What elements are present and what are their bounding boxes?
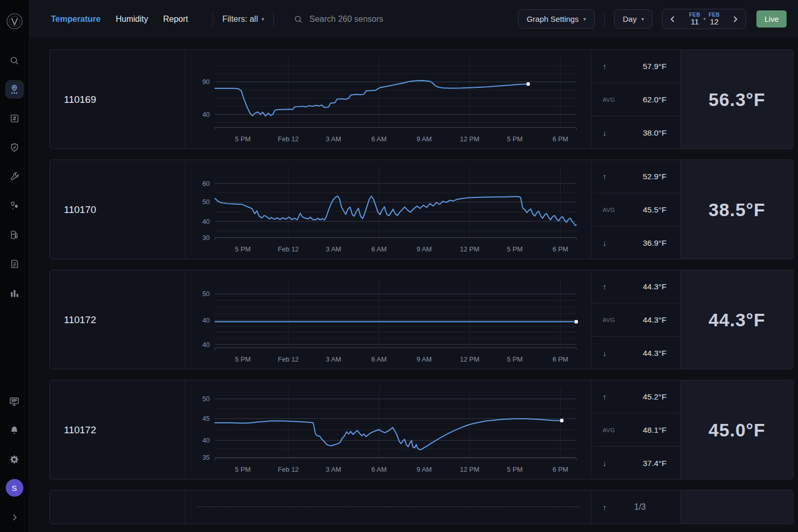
search-input[interactable]: [309, 15, 413, 24]
temperature-chart: [185, 490, 591, 524]
date-start[interactable]: FEB 11: [689, 12, 700, 26]
svg-text:5 PM: 5 PM: [507, 245, 523, 253]
avg-value: 62.0°F: [643, 95, 667, 104]
svg-text:9 AM: 9 AM: [417, 355, 432, 363]
live-button[interactable]: Live: [756, 10, 787, 28]
stats-panel: ↑ 1/3: [591, 490, 680, 524]
svg-text:12 PM: 12 PM: [460, 245, 479, 253]
svg-text:Feb 12: Feb 12: [278, 466, 299, 473]
arrow-down-icon: ↓: [603, 128, 620, 137]
sensor-id[interactable]: [50, 490, 185, 524]
search-icon[interactable]: [5, 51, 24, 70]
inventory-box-icon[interactable]: [5, 109, 24, 128]
stat-min: ↓ 36.9°F: [591, 226, 680, 259]
next-day-button[interactable]: [725, 9, 746, 29]
topbar-divider: [212, 11, 213, 27]
svg-text:12 PM: 12 PM: [460, 355, 479, 363]
chevron-down-icon: ▾: [261, 16, 264, 22]
svg-text:6 PM: 6 PM: [552, 466, 568, 473]
graph-settings-button[interactable]: Graph Settings ▾: [518, 9, 595, 29]
prev-day-button[interactable]: [662, 9, 683, 29]
chevron-down-icon: ▾: [703, 17, 706, 21]
stats-panel: ↑ 45.2°F AVG 48.1°F ↓ 37.4°F: [591, 380, 680, 480]
bar-chart-icon[interactable]: [5, 284, 24, 302]
temperature-chart[interactable]: 5040405 PMFeb 123 AM6 AM9 AM12 PM5 PM6 P…: [185, 270, 591, 369]
svg-text:3 AM: 3 AM: [326, 466, 341, 473]
chevron-right-icon[interactable]: [5, 508, 24, 527]
svg-text:40: 40: [202, 316, 209, 324]
svg-text:9 AM: 9 AM: [417, 135, 432, 143]
sensor-id[interactable]: 110169: [50, 50, 185, 149]
route-pins-icon[interactable]: [5, 196, 24, 215]
sensor-row-partial: ↑ 1/3: [49, 490, 794, 524]
min-value: 44.3°F: [643, 349, 667, 358]
fuel-pump-icon[interactable]: [5, 225, 24, 244]
tab-report[interactable]: Report: [163, 15, 188, 24]
sites-icon[interactable]: [5, 80, 24, 99]
topbar-divider: [273, 11, 274, 27]
user-avatar[interactable]: S: [6, 479, 23, 497]
avg-value: 48.1°F: [643, 425, 667, 435]
shield-check-icon[interactable]: [5, 138, 24, 157]
current-temperature: 45.0°F: [709, 420, 766, 441]
date-end[interactable]: FEB 12: [709, 12, 720, 26]
search-icon: [294, 15, 303, 24]
temperature-chart[interactable]: 90405 PMFeb 123 AM6 AM9 AM12 PM5 PM6 PM: [185, 50, 591, 149]
stat-avg: AVG 45.5°F: [591, 193, 680, 226]
tab-humidity[interactable]: Humidity: [116, 15, 148, 24]
chart-dashed-gridline: [197, 507, 579, 507]
stats-panel: ↑ 57.9°F AVG 62.0°F ↓ 38.0°F: [591, 50, 680, 149]
svg-text:3 AM: 3 AM: [326, 245, 341, 253]
sensor-id[interactable]: 110170: [50, 160, 185, 259]
arrow-up-icon: ↑: [603, 503, 620, 512]
sensor-id[interactable]: 110172: [50, 380, 185, 480]
report-doc-icon[interactable]: [5, 255, 24, 273]
svg-text:6 AM: 6 AM: [371, 466, 387, 473]
range-dropdown[interactable]: Day ▾: [614, 9, 653, 29]
svg-text:3 AM: 3 AM: [326, 355, 341, 363]
svg-text:40: 40: [202, 341, 209, 349]
stat-max: ↑ 44.3°F: [591, 270, 680, 303]
brand-logo-icon[interactable]: [6, 12, 23, 32]
arrow-up-icon: ↑: [603, 172, 620, 181]
arrow-down-icon: ↓: [603, 459, 620, 468]
svg-text:40: 40: [202, 111, 209, 118]
stat-max: ↑ 57.9°F: [591, 50, 680, 83]
current-temperature: 56.3°F: [709, 89, 766, 110]
svg-text:12 PM: 12 PM: [460, 466, 479, 473]
sensor-id[interactable]: 110172: [50, 270, 185, 369]
avg-label: AVG: [603, 317, 620, 323]
stat-avg: AVG 62.0°F: [591, 83, 680, 116]
stat-avg: AVG 48.1°F: [591, 413, 680, 446]
sensor-list: 110169 90405 PMFeb 123 AM6 AM9 AM12 PM5 …: [29, 38, 798, 532]
gear-icon[interactable]: [5, 450, 24, 469]
bell-icon[interactable]: [5, 421, 24, 440]
avg-value: 44.3°F: [643, 315, 667, 325]
wrench-icon[interactable]: [5, 167, 24, 186]
filters-dropdown[interactable]: Filters: all ▾: [222, 15, 264, 24]
current-temperature: 38.5°F: [709, 200, 766, 220]
svg-text:35: 35: [202, 454, 209, 461]
topbar-divider: [604, 11, 605, 27]
svg-text:50: 50: [202, 290, 209, 298]
current-reading: [680, 490, 793, 524]
temperature-chart[interactable]: 504540355 PMFeb 123 AM6 AM9 AM12 PM5 PM6…: [185, 380, 591, 480]
temperature-chart[interactable]: 605040305 PMFeb 123 AM6 AM9 AM12 PM5 PM6…: [185, 160, 591, 259]
sensor-row: 110172 5040405 PMFeb 123 AM6 AM9 AM12 PM…: [49, 270, 794, 369]
max-value: 45.2°F: [643, 392, 667, 402]
date-range-picker: FEB 11 ▾ FEB 12: [662, 9, 746, 29]
svg-text:50: 50: [202, 395, 209, 403]
svg-text:9 AM: 9 AM: [417, 466, 432, 473]
filters-label: Filters: all: [222, 15, 258, 24]
arrow-down-icon: ↓: [603, 238, 620, 247]
tab-temperature[interactable]: Temperature: [51, 15, 101, 24]
current-temperature: 44.3°F: [709, 310, 766, 330]
current-reading: 56.3°F: [680, 50, 793, 149]
svg-text:50: 50: [202, 198, 209, 206]
sensor-row: 110170 605040305 PMFeb 123 AM6 AM9 AM12 …: [49, 159, 794, 259]
arrow-down-icon: ↓: [603, 349, 620, 357]
svg-text:60: 60: [202, 180, 209, 188]
max-value: 52.9°F: [643, 172, 667, 181]
avg-value: 45.5°F: [643, 205, 667, 215]
monitor-icon[interactable]: [5, 392, 24, 410]
